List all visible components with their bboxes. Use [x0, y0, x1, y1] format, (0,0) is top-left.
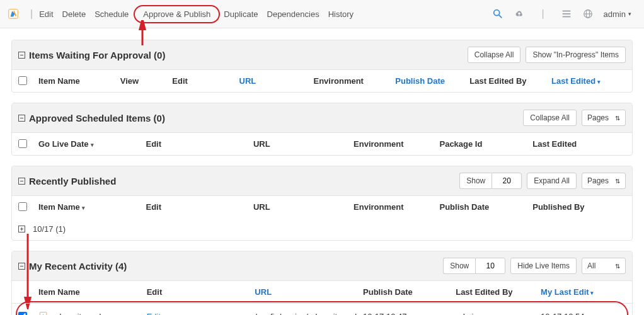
col-last-edited[interactable]: Last Edited [551, 76, 626, 86]
table-head-waiting: Item Name View Edit URL Environment Publ… [12, 69, 632, 92]
panel-title-waiting: Items Waiting For Approval (0) [29, 50, 165, 60]
select-caret-icon: ⇅ [615, 263, 620, 270]
col-item-name: Item Name [38, 287, 147, 297]
col-view: View [120, 76, 173, 86]
filter-select-label: Pages [587, 176, 609, 185]
col-edit: Edit [146, 139, 253, 149]
col-edit: Edit [147, 287, 255, 297]
item-edited-by: admin [456, 312, 541, 316]
item-url: /config/engine/urlrewrite.xml [255, 312, 363, 316]
item-name: urlrewrite.xml [52, 312, 101, 316]
delete-menu[interactable]: Delete [62, 9, 86, 19]
expand-icon[interactable] [18, 226, 25, 232]
col-item-name: Item Name [38, 76, 120, 86]
globe-icon[interactable] [582, 8, 594, 20]
col-url[interactable]: URL [239, 76, 314, 86]
toolbar-separator: | [30, 8, 33, 20]
user-menu[interactable]: admin ▾ [604, 9, 636, 19]
collapse-toggle-icon[interactable] [18, 52, 25, 59]
filter-select[interactable]: Pages ⇅ [582, 110, 626, 126]
col-publish-date[interactable]: Publish Date [395, 76, 469, 86]
collapse-toggle-icon[interactable] [18, 115, 25, 122]
show-count-control: Show [443, 258, 505, 274]
show-inprogress-button[interactable]: Show "In-Progress" Items [526, 47, 626, 63]
item-publish-date: 10-17 10:47 am [363, 312, 456, 316]
file-icon [38, 311, 49, 315]
expand-all-button[interactable]: Expand All [527, 173, 577, 189]
collapse-toggle-icon[interactable] [18, 263, 25, 270]
col-package-id: Package Id [439, 139, 532, 149]
history-menu[interactable]: History [328, 9, 354, 19]
table-row[interactable]: urlrewrite.xml Edit /config/engine/urlre… [12, 303, 632, 315]
col-last-edited-by: Last Edited By [456, 287, 541, 297]
hide-live-button[interactable]: Hide Live Items [510, 258, 577, 274]
col-publish-date: Publish Date [363, 287, 456, 297]
col-edit: Edit [146, 202, 253, 212]
edit-menu[interactable]: Edit [39, 9, 53, 19]
panel-title-recent: Recently Published [29, 176, 116, 186]
show-label-button[interactable]: Show [443, 258, 475, 274]
col-url[interactable]: URL [255, 287, 363, 297]
chevron-down-icon: ▾ [628, 11, 631, 17]
show-count-input[interactable] [475, 258, 505, 274]
select-caret-icon: ⇅ [615, 115, 620, 122]
select-all-checkbox[interactable] [18, 76, 27, 85]
menu-icon[interactable] [561, 8, 572, 20]
panel-title-activity: My Recent Activity (4) [29, 261, 127, 272]
col-environment: Environment [314, 76, 396, 86]
panel-recently-published: Recently Published Show Expand All Pages… [11, 166, 633, 241]
panel-scheduled: Approved Scheduled Items (0) Collapse Al… [11, 103, 633, 156]
search-icon[interactable] [492, 8, 503, 20]
table-head-activity: Item Name Edit URL Publish Date Last Edi… [12, 280, 632, 303]
select-all-checkbox[interactable] [18, 202, 27, 211]
collapse-all-button[interactable]: Collapse All [468, 47, 521, 63]
group-row[interactable]: 10/17 (1) [12, 218, 632, 240]
logo-icon [8, 8, 19, 20]
filter-select-label: All [587, 261, 595, 270]
panel-waiting-approval: Items Waiting For Approval (0) Collapse … [11, 40, 633, 93]
show-label-button[interactable]: Show [459, 173, 492, 189]
table-head-scheduled: Go Live Date ▾ Edit URL Environment Pack… [12, 132, 632, 155]
col-item-name[interactable]: Item Name ▾ [38, 202, 146, 212]
select-caret-icon: ⇅ [615, 178, 620, 185]
user-label: admin [604, 9, 626, 19]
toolbar-separator-right: | [541, 8, 544, 20]
col-environment: Environment [354, 139, 439, 149]
top-toolbar: | Edit Delete Schedule Approve & Publish… [0, 0, 644, 28]
collapse-all-button[interactable]: Collapse All [523, 110, 577, 126]
col-last-edited-by: Last Edited By [469, 76, 551, 86]
row-checkbox[interactable] [18, 312, 27, 315]
duplicate-menu[interactable]: Duplicate [224, 9, 258, 19]
filter-select[interactable]: Pages ⇅ [582, 173, 626, 189]
dependencies-menu[interactable]: Dependencies [267, 9, 319, 19]
col-edit: Edit [172, 76, 239, 86]
schedule-menu[interactable]: Schedule [95, 9, 129, 19]
col-published-by: Published By [532, 202, 626, 212]
show-count-control: Show [459, 173, 522, 189]
cloud-upload-icon[interactable] [514, 8, 525, 20]
edit-link[interactable]: Edit [147, 312, 255, 316]
svg-point-1 [494, 10, 500, 16]
item-my-last-edit: 10-17 10:54 am [541, 312, 626, 316]
collapse-toggle-icon[interactable] [18, 178, 25, 185]
col-publish-date: Publish Date [439, 202, 532, 212]
col-go-live[interactable]: Go Live Date ▾ [38, 139, 146, 149]
col-url: URL [253, 139, 354, 149]
col-my-last-edit[interactable]: My Last Edit [541, 287, 626, 297]
group-label: 10/17 (1) [33, 224, 66, 234]
filter-select[interactable]: All ⇅ [582, 258, 626, 274]
filter-select-label: Pages [587, 113, 609, 122]
panel-my-recent-activity: My Recent Activity (4) Show Hide Live It… [11, 251, 633, 315]
approve-publish-menu[interactable]: Approve & Publish [134, 5, 220, 23]
show-count-input[interactable] [492, 173, 522, 189]
panel-title-scheduled: Approved Scheduled Items (0) [29, 113, 165, 123]
col-url: URL [253, 202, 354, 212]
select-all-checkbox[interactable] [18, 139, 27, 148]
col-last-edited: Last Edited [532, 139, 626, 149]
col-environment: Environment [354, 202, 439, 212]
table-head-recent: Item Name ▾ Edit URL Environment Publish… [12, 195, 632, 218]
svg-line-2 [499, 15, 502, 18]
